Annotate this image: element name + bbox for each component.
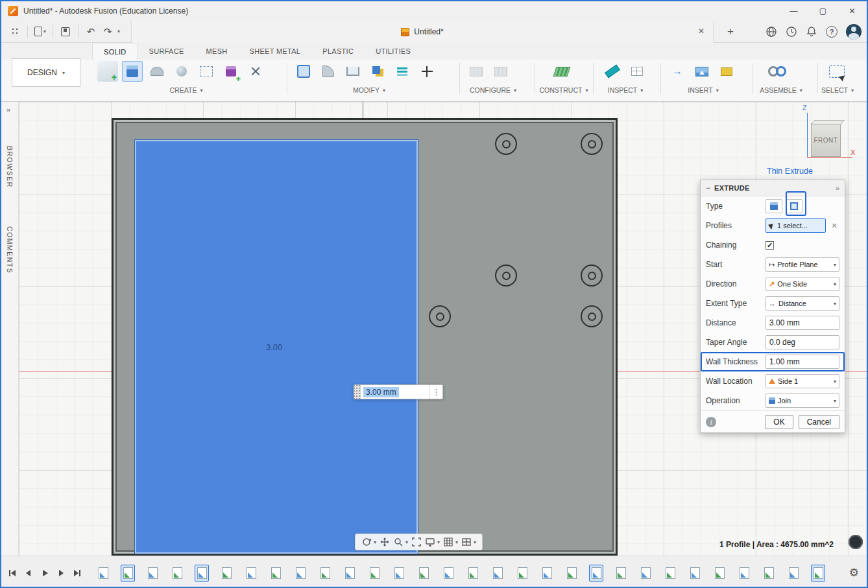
timeline-item[interactable]	[811, 565, 825, 582]
select-tool-icon[interactable]	[826, 61, 847, 82]
minimize-button[interactable]: —	[779, 1, 808, 21]
sweep-icon[interactable]	[171, 61, 192, 82]
timeline-item[interactable]	[515, 565, 529, 582]
offset-face-icon[interactable]	[392, 61, 413, 82]
user-avatar[interactable]	[846, 24, 862, 40]
timeline-item[interactable]	[762, 565, 776, 582]
dialog-header[interactable]: − EXTRUDE »	[701, 180, 845, 196]
press-pull-icon[interactable]	[293, 61, 314, 82]
file-menu-button[interactable]: ▾	[33, 24, 47, 40]
grid-settings-icon[interactable]: ▾	[443, 537, 458, 547]
timeline-item[interactable]	[490, 565, 505, 582]
dock-chevrons-icon[interactable]: »	[836, 184, 839, 192]
timeline-item[interactable]	[145, 565, 160, 582]
app-grid-icon[interactable]	[8, 24, 22, 40]
undo-button[interactable]: ↶	[84, 24, 98, 40]
profiles-select-button[interactable]: 1 select...	[766, 218, 826, 233]
timeline-item[interactable]	[96, 565, 110, 582]
configuration-icon[interactable]	[490, 61, 511, 82]
construction-plane-icon[interactable]	[551, 61, 572, 82]
document-tab[interactable]: Untitled* ✕	[131, 21, 714, 43]
timeline-item[interactable]	[663, 565, 677, 582]
timeline-item[interactable]	[392, 565, 406, 582]
timeline-item[interactable]	[343, 565, 357, 582]
construct-group-label[interactable]: CONSTRUCT▾	[540, 86, 588, 94]
browser-panel-tab[interactable]: BROWSER	[6, 146, 14, 188]
timeline-item[interactable]	[466, 565, 480, 582]
split-icon[interactable]	[245, 61, 266, 82]
timeline-item[interactable]	[712, 565, 727, 582]
job-status-icon[interactable]	[786, 26, 797, 38]
chaining-checkbox[interactable]: ✓	[766, 241, 774, 250]
step-back-button[interactable]	[21, 566, 36, 580]
wall-location-dropdown[interactable]: Side 1 ▾	[766, 374, 839, 388]
configure-group-label[interactable]: CONFIGURE▾	[470, 86, 516, 94]
timeline-item[interactable]	[564, 565, 579, 582]
viewcube-front-face[interactable]: FRONT	[811, 123, 841, 157]
timeline-item[interactable]	[441, 565, 455, 582]
extrude-icon[interactable]	[122, 61, 143, 82]
tab-sheet-metal[interactable]: SHEET METAL	[239, 43, 312, 60]
extrude-type-button[interactable]	[766, 199, 782, 213]
distance-inline-input[interactable]: 3.00 mm ⋮	[354, 384, 443, 399]
tab-solid[interactable]: SOLID	[92, 43, 138, 60]
workspace-switcher[interactable]: DESIGN ▾	[12, 58, 80, 87]
timeline-item[interactable]	[121, 565, 135, 582]
wall-thickness-input[interactable]	[766, 355, 839, 369]
help-icon[interactable]: ?	[826, 26, 838, 38]
step-forward-button[interactable]	[54, 566, 68, 580]
timeline-item[interactable]	[367, 565, 381, 582]
viewports-icon[interactable]: ▾	[461, 537, 476, 547]
pan-icon[interactable]	[380, 537, 390, 547]
timeline-item[interactable]	[269, 565, 283, 582]
inspect-group-label[interactable]: INSPECT▾	[608, 86, 644, 94]
comments-panel-tab[interactable]: COMMENTS	[6, 226, 14, 274]
hole-feature[interactable]	[581, 265, 603, 287]
direction-dropdown[interactable]: ↗ One Side ▾	[766, 277, 839, 291]
timeline-item[interactable]	[318, 565, 332, 582]
fit-view-icon[interactable]	[411, 537, 422, 547]
distance-input[interactable]	[766, 316, 839, 330]
timeline-item[interactable]	[170, 565, 184, 582]
section-analysis-icon[interactable]	[627, 61, 647, 82]
timeline-item[interactable]	[416, 565, 431, 582]
timeline-item[interactable]	[786, 565, 801, 582]
select-group-label[interactable]: SELECT▾	[821, 86, 854, 94]
taper-angle-input[interactable]	[766, 335, 839, 349]
notifications-bell-icon[interactable]	[806, 26, 817, 38]
zoom-icon[interactable]: ▾	[393, 537, 408, 547]
timeline-item[interactable]	[614, 565, 628, 582]
start-dropdown[interactable]: ↦ Profile Plane ▾	[766, 257, 839, 272]
loft-icon[interactable]	[196, 61, 217, 82]
tab-plastic[interactable]: PLASTIC	[311, 43, 365, 60]
timeline-item[interactable]	[589, 565, 603, 582]
timeline-item[interactable]	[688, 565, 702, 582]
kebab-menu-icon[interactable]: ⋮	[429, 385, 442, 399]
fillet-icon[interactable]	[318, 61, 339, 82]
play-button[interactable]	[38, 566, 52, 580]
viewcube[interactable]: Z X FRONT	[796, 104, 867, 165]
info-icon[interactable]: i	[706, 417, 716, 427]
drag-handle[interactable]	[354, 385, 361, 399]
measure-icon[interactable]	[602, 61, 623, 82]
close-button[interactable]: ✕	[838, 1, 867, 21]
timeline-item[interactable]	[638, 565, 653, 582]
skip-to-start-button[interactable]	[5, 566, 19, 580]
configure-table-icon[interactable]	[466, 61, 487, 82]
tab-mesh[interactable]: MESH	[195, 43, 239, 60]
expand-browser-icon[interactable]: »	[6, 106, 10, 113]
orbit-icon[interactable]: ▾	[361, 537, 376, 547]
timeline-item[interactable]	[244, 565, 258, 582]
modify-group-label[interactable]: MODIFY▾	[353, 86, 385, 94]
skip-to-end-button[interactable]	[70, 566, 84, 580]
extensions-icon[interactable]	[766, 26, 777, 38]
display-settings-icon[interactable]: ▾	[425, 537, 440, 547]
close-tab-icon[interactable]: ✕	[696, 27, 706, 36]
joint-icon[interactable]	[767, 61, 788, 82]
hole-feature[interactable]	[581, 305, 603, 327]
hole-feature[interactable]	[495, 265, 517, 287]
redo-button[interactable]: ↷	[101, 24, 115, 40]
thin-extrude-type-button[interactable]	[786, 199, 802, 213]
hole-feature[interactable]	[429, 305, 451, 327]
extent-type-dropdown[interactable]: ↔ Distance ▾	[766, 296, 839, 311]
